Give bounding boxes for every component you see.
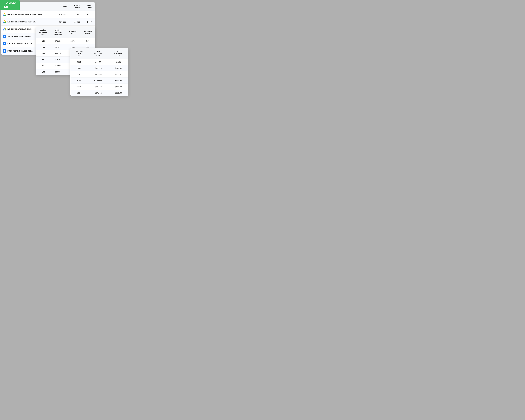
table-row: IYB-TOF-SEARCH-SEARCH TERMS-MAX $30,877 … [1, 11, 95, 18]
campaign-name: SVL-BOF-REMARKETING-ST... [7, 43, 33, 45]
revenue-value: $39,084 [51, 69, 66, 75]
explore-all-header: Explore All [0, 0, 20, 10]
aov-value: $240 [70, 83, 88, 90]
table-row: $214 $148.62 $121.89 [70, 90, 128, 96]
sales-value: 234 [36, 44, 51, 50]
new-cpa-value: $154.68 [88, 71, 108, 77]
table-row: $245 $129.76 $127.95 [70, 65, 128, 71]
clicks-value: 11,756 [71, 18, 84, 26]
sales-value: 59 [36, 56, 51, 63]
sales-value: 352 [36, 38, 51, 44]
all-cpa-value: $445.07 [108, 83, 128, 90]
col-clicks-views: Clicks/Views [71, 2, 84, 11]
sales-value: 200 [36, 50, 51, 56]
col-attributed-roi: AttributedROI [66, 27, 80, 38]
table-row: $241 $154.68 $151.97 [70, 71, 128, 77]
all-cpa-value: $121.89 [108, 90, 128, 96]
table-row: 352 $79,251 157% 2.57 [36, 38, 95, 44]
google-ads-icon [3, 13, 6, 16]
leads-value: 1,561 [84, 11, 95, 18]
new-cpa-value: $1,062.05 [88, 77, 108, 83]
sales-value: 183 [36, 69, 51, 75]
all-cpa-value: $127.95 [108, 65, 128, 71]
aov-value: $241 [70, 71, 88, 77]
revenue-value: $79,251 [51, 38, 66, 44]
google-ads-icon [3, 27, 6, 31]
revenue-value: $12,963 [51, 63, 66, 69]
leads-value: 1,347 [84, 18, 95, 26]
cost-value: $27,638 [57, 18, 71, 26]
facebook-icon: f [3, 42, 6, 45]
clicks-value: 24,549 [71, 11, 84, 18]
table-row: $240 $1,062.05 $493.98 [70, 77, 128, 83]
col-costs: Costs [57, 2, 71, 11]
cpa-table-panel: AverageOrderValue NewCustomerCPA AllCust… [70, 48, 128, 96]
aov-value: $240 [70, 77, 88, 83]
aov-value: $225 [70, 59, 88, 65]
table-row: $225 $99.28 $98.96 [70, 59, 128, 65]
new-cpa-value: $129.76 [88, 65, 108, 71]
sales-value: 54 [36, 63, 51, 69]
table-row: IYB-TOF-SEARCH-GEO TEST-CPA $27,638 11,7… [1, 18, 95, 26]
col-wicked-sales: WickedAttributedSales [36, 27, 51, 38]
table-row: $240 $753.19 $445.07 [70, 83, 128, 90]
campaign-name: IYB-TOF-SEARCH-GENERA... [7, 28, 32, 30]
campaign-name: PROSPECTING_FACEBOOK... [7, 50, 33, 52]
new-cpa-value: $148.62 [88, 90, 108, 96]
roi-value: 157% [66, 38, 80, 44]
col-wicked-revenue: WickedAttributedRevenue [51, 27, 66, 38]
all-cpa-value: $98.96 [108, 59, 128, 65]
col-attributed-roas: AttributedROAS [80, 27, 95, 38]
col-new-customer-cpa: NewCustomerCPA [88, 48, 108, 59]
cost-value: $30,877 [57, 11, 71, 18]
all-cpa-value: $493.98 [108, 77, 128, 83]
col-new-leads: NewLeads [84, 2, 95, 11]
revenue-value: $14,164 [51, 56, 66, 63]
campaign-name: IYB-TOF-SEARCH-GEO TEST-CPA [7, 21, 37, 23]
aov-value: $214 [70, 90, 88, 96]
revenue-value: $57,371 [51, 44, 66, 50]
revenue-value: $48,138 [51, 50, 66, 56]
all-cpa-value: $151.97 [108, 71, 128, 77]
campaign-name: IYB-TOF-SEARCH-SEARCH TERMS-MAX [7, 14, 42, 16]
aov-value: $245 [70, 65, 88, 71]
google-ads-icon [3, 20, 6, 23]
new-cpa-value: $753.19 [88, 83, 108, 90]
col-aov: AverageOrderValue [70, 48, 88, 59]
roas-value: 2.57 [80, 38, 95, 44]
facebook-icon: f [3, 49, 6, 53]
new-cpa-value: $99.28 [88, 59, 108, 65]
col-all-customer-cpa: AllCustomerCPA [108, 48, 128, 59]
facebook-icon: f [3, 35, 6, 38]
campaign-name: SVL-BOF-RETENTION-STAT... [7, 36, 32, 37]
